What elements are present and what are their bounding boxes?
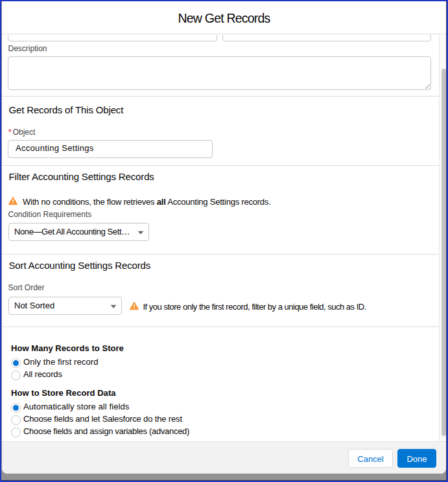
frame-border-top <box>0 0 448 1</box>
how-many-records-label: How Many Records to Store <box>11 344 124 353</box>
radio-choose-fields-advanced[interactable]: Choose fields and assign variables (adva… <box>11 427 189 437</box>
sort-order-combobox[interactable]: Not Sorted <box>8 297 122 315</box>
modal-footer: Cancel Done <box>2 441 446 474</box>
section-divider <box>2 327 439 327</box>
filter-warning-text: With no conditions, the flow retrieves <box>23 197 157 207</box>
scrollbar-thumb[interactable] <box>442 69 446 436</box>
condition-requirements-combobox[interactable]: None—Get All Accounting Sett… <box>8 223 149 241</box>
radio-label: Automatically store all fields <box>23 402 129 411</box>
radio-automatically-store[interactable]: Automatically store all fields <box>11 402 129 413</box>
section-divider <box>2 96 439 97</box>
filter-section-heading: Filter Accounting Settings Records <box>9 170 154 183</box>
description-label: Description <box>8 44 47 53</box>
radio-label: Choose fields and let Salesforce do the … <box>23 414 182 424</box>
radio-all-records[interactable]: All records <box>11 370 62 380</box>
sort-warning-text: If you store only the first record, filt… <box>143 302 366 312</box>
section-divider <box>2 254 439 255</box>
filter-warning-bold: all <box>157 197 166 207</box>
radio-label: Choose fields and assign variables (adva… <box>23 426 189 436</box>
radio-icon[interactable] <box>11 371 21 380</box>
api-name-input-clipped[interactable] <box>222 35 431 41</box>
required-asterisk: * <box>8 128 12 137</box>
chevron-down-icon <box>110 304 117 309</box>
radio-label: All records <box>23 369 62 379</box>
radio-icon[interactable] <box>11 403 21 413</box>
how-to-store-label: How to Store Record Data <box>11 389 116 398</box>
warning-icon <box>130 301 139 310</box>
object-input[interactable] <box>8 140 213 158</box>
object-label: *Object <box>8 128 35 137</box>
radio-icon[interactable] <box>11 358 21 368</box>
filter-warning-text-suffix: Accounting Settings records. <box>166 197 271 207</box>
label-input-clipped[interactable] <box>8 35 217 41</box>
radio-icon[interactable] <box>11 415 21 425</box>
radio-icon[interactable] <box>11 428 21 437</box>
modal-body-scroll-area[interactable]: Description Get Records of This Object *… <box>2 35 439 441</box>
modal-header: New Get Records <box>2 0 446 34</box>
object-label-text: Object <box>13 128 36 137</box>
scrollbar-track[interactable] <box>439 35 446 441</box>
chevron-down-icon <box>137 231 144 235</box>
radio-choose-fields-salesforce[interactable]: Choose fields and let Salesforce do the … <box>11 415 182 425</box>
sort-section-heading: Sort Accounting Settings Records <box>9 259 151 272</box>
description-textarea[interactable] <box>8 56 431 90</box>
modal-title: New Get Records <box>2 11 446 25</box>
section-divider <box>2 165 439 166</box>
filter-warning: With no conditions, the flow retrieves a… <box>23 197 271 207</box>
new-get-records-modal: New Get Records Description Get Records … <box>2 0 446 474</box>
sort-order-value: Not Sorted <box>9 301 108 310</box>
radio-only-first-record[interactable]: Only the first record <box>11 358 99 368</box>
textarea-resize-handle[interactable] <box>424 83 430 89</box>
warning-icon <box>8 196 18 205</box>
condition-requirements-value: None—Get All Accounting Sett… <box>9 227 135 236</box>
radio-label: Only the first record <box>23 357 99 367</box>
object-section-heading: Get Records of This Object <box>9 104 124 117</box>
cancel-button[interactable]: Cancel <box>348 449 393 468</box>
condition-requirements-label: Condition Requirements <box>8 210 92 219</box>
done-button[interactable]: Done <box>397 449 436 468</box>
sort-order-label: Sort Order <box>8 283 45 292</box>
